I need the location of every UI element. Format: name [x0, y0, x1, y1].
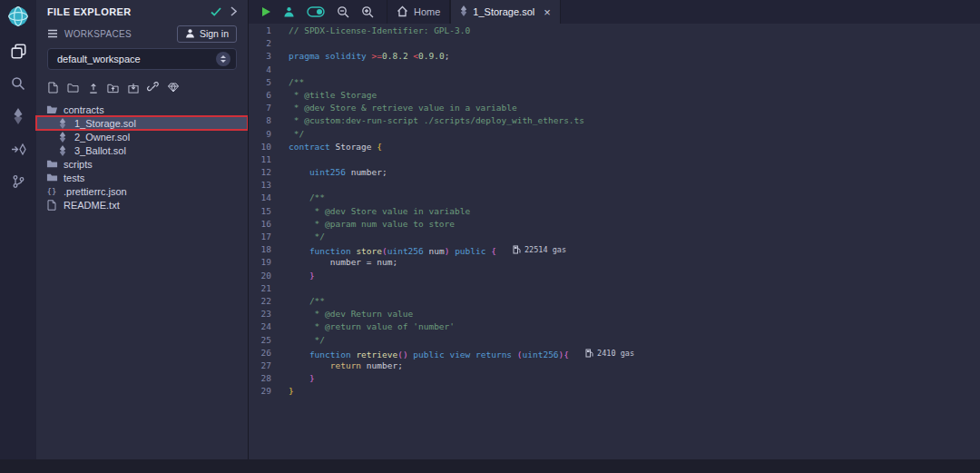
code-line[interactable]: 1// SPDX-License-Identifier: GPL-3.0	[249, 25, 980, 37]
tree-item-scripts[interactable]: scripts	[36, 157, 248, 171]
code-text: }	[289, 385, 294, 398]
new-folder-icon[interactable]	[67, 82, 79, 94]
code-text: contract Storage {	[289, 141, 382, 153]
sign-in-button[interactable]: Sign in	[177, 25, 237, 43]
line-number: 10	[249, 141, 289, 153]
code-line[interactable]: 8 * @custom:dev-run-script ./scripts/dep…	[249, 114, 980, 127]
upload-folder-icon[interactable]	[107, 82, 119, 94]
code-text: }	[289, 372, 315, 385]
code-line[interactable]: 3pragma solidity >=0.8.2 <0.9.0;	[249, 50, 980, 63]
import-box-icon[interactable]	[127, 82, 139, 94]
code-line[interactable]: 2	[249, 37, 980, 50]
code-line[interactable]: 17 */	[249, 231, 980, 243]
code-line[interactable]: 12 uint256 number;	[249, 166, 980, 179]
code-line[interactable]: 20 }	[249, 270, 980, 282]
code-line[interactable]: 4	[249, 64, 980, 76]
code-line[interactable]: 25 */	[249, 334, 980, 347]
people-icon[interactable]	[283, 6, 295, 18]
remix-ide-window: FILE EXPLORER WORKSPACES Sign in	[0, 0, 980, 473]
search-icon[interactable]	[8, 74, 28, 94]
code-line[interactable]: 9 */	[249, 128, 980, 141]
close-icon[interactable]: ×	[544, 6, 551, 18]
file-explorer-icon[interactable]	[8, 41, 28, 61]
tree-item-1-storage-sol[interactable]: 1_Storage.sol	[36, 116, 248, 130]
line-number: 12	[249, 166, 289, 179]
code-line[interactable]: 27 return number;	[249, 360, 980, 372]
code-line[interactable]: 11	[249, 153, 980, 166]
folder-open-icon	[45, 104, 58, 114]
code-line[interactable]: 19 number = num;	[249, 256, 980, 269]
code-line[interactable]: 28 }	[249, 372, 980, 385]
code-text: number = num;	[289, 256, 397, 269]
solidity-file-icon	[56, 145, 69, 156]
line-number: 2	[249, 37, 289, 50]
link-icon[interactable]	[147, 82, 159, 94]
code-line[interactable]: 18 function store(uint256 num) public {2…	[249, 243, 980, 256]
hamburger-icon[interactable]	[47, 25, 58, 42]
zoom-out-icon[interactable]	[337, 5, 349, 18]
json-icon: {}	[45, 187, 58, 196]
code-text: pragma solidity >=0.8.2 <0.9.0;	[289, 50, 449, 63]
tree-item-2-owner-sol[interactable]: 2_Owner.sol	[36, 130, 248, 143]
code-text: function retrieve() public view returns …	[289, 347, 634, 360]
main-area: Home 1_Storage.sol × 1// SPDX-License-Id…	[248, 0, 980, 459]
person-icon	[185, 28, 195, 40]
code-line[interactable]: 26 function retrieve() public view retur…	[249, 347, 980, 360]
tree-item-readme-txt[interactable]: README.txt	[36, 198, 248, 212]
tree-item-label: .prettierrc.json	[64, 186, 127, 197]
code-text: return number;	[289, 360, 403, 372]
code-line[interactable]: 7 * @dev Store & retrieve value in a var…	[249, 102, 980, 114]
solidity-file-icon	[56, 118, 69, 129]
code-line[interactable]: 13	[249, 179, 980, 192]
tree-item-tests[interactable]: tests	[36, 171, 248, 184]
tree-item-contracts[interactable]: contracts	[36, 103, 248, 116]
chevron-right-icon[interactable]	[230, 4, 237, 20]
code-line[interactable]: 5/**	[249, 76, 980, 89]
code-line[interactable]: 14 /**	[249, 192, 980, 204]
solidity-file-icon	[56, 132, 69, 143]
upload-file-icon[interactable]	[87, 82, 99, 94]
run-script-icon[interactable]	[261, 6, 271, 17]
gas-pump-icon	[585, 349, 593, 358]
code-line[interactable]: 21	[249, 282, 980, 295]
code-line[interactable]: 22 /**	[249, 295, 980, 308]
code-text: * @dev Return value	[289, 308, 413, 320]
code-line[interactable]: 16 * @param num value to store	[249, 218, 980, 231]
zoom-in-icon[interactable]	[361, 5, 374, 18]
solidity-compiler-icon[interactable]	[8, 106, 28, 126]
line-number: 24	[249, 320, 289, 333]
check-icon[interactable]	[211, 4, 221, 20]
new-file-icon[interactable]	[47, 82, 59, 94]
code-line[interactable]: 6 * @title Storage	[249, 89, 980, 102]
gem-icon[interactable]	[167, 82, 179, 94]
tab-1-storage-sol[interactable]: 1_Storage.sol ×	[450, 0, 560, 24]
tab-label: 1_Storage.sol	[473, 6, 534, 17]
code-line[interactable]: 29}	[249, 385, 980, 398]
tab-home[interactable]: Home	[387, 0, 450, 24]
remix-logo-icon[interactable]	[6, 5, 30, 28]
terminal-collapsed-bar[interactable]	[0, 459, 980, 473]
code-text: * @custom:dev-run-script ./scripts/deplo…	[289, 114, 584, 127]
git-icon[interactable]	[8, 172, 28, 192]
code-line[interactable]: 10contract Storage {	[249, 141, 980, 153]
code-text: // SPDX-License-Identifier: GPL-3.0	[289, 25, 470, 37]
line-number: 29	[249, 385, 289, 398]
code-line[interactable]: 24 * @return value of 'number'	[249, 320, 980, 333]
code-line[interactable]: 23 * @dev Return value	[249, 308, 980, 320]
line-number: 20	[249, 270, 289, 282]
code-editor[interactable]: 1// SPDX-License-Identifier: GPL-3.023pr…	[249, 24, 980, 459]
line-number: 19	[249, 256, 289, 269]
file-icon	[45, 200, 58, 211]
code-line[interactable]: 15 * @dev Store value in variable	[249, 205, 980, 218]
workspaces-row: WORKSPACES Sign in	[36, 24, 248, 44]
tree-item-3-ballot-sol[interactable]: 3_Ballot.sol	[36, 143, 248, 157]
code-text: */	[289, 128, 304, 141]
toggle-icon[interactable]	[307, 6, 325, 17]
deploy-run-icon[interactable]	[8, 139, 28, 159]
line-number: 9	[249, 128, 289, 141]
line-number: 16	[249, 218, 289, 231]
tree-item-prettierrc-json[interactable]: {}.prettierrc.json	[36, 184, 248, 198]
line-number: 11	[249, 153, 289, 166]
workspace-select[interactable]: default_workspace	[47, 48, 237, 70]
workspace-selected-value: default_workspace	[57, 54, 216, 64]
